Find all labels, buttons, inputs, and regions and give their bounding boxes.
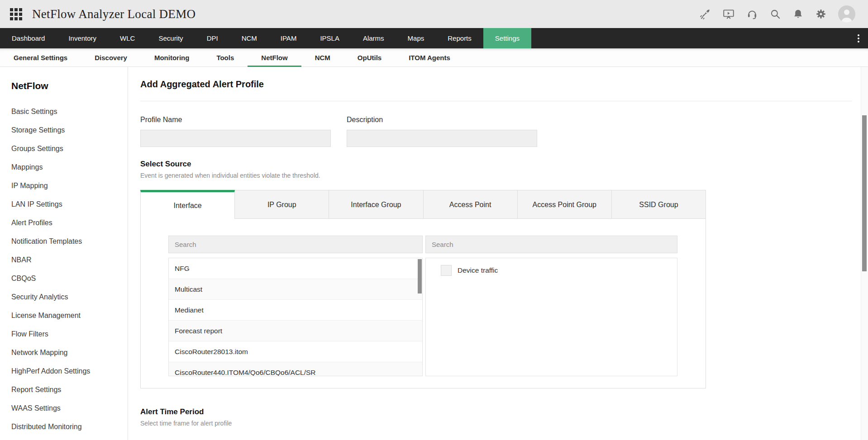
description-label: Description [347, 116, 537, 124]
main-nav-item[interactable]: IPAM [269, 28, 309, 48]
selected-interfaces-panel: Device traffic [425, 236, 677, 376]
alert-time-period-subtitle: Select time frame for alert profile [140, 420, 868, 427]
demo-player-icon[interactable] [722, 8, 735, 20]
sidebar-item[interactable]: Security Analytics [11, 288, 128, 306]
user-avatar[interactable] [838, 5, 855, 23]
select-source-subtitle: Event is generated when individual entit… [140, 172, 868, 179]
main-nav-item[interactable]: NCM [230, 28, 269, 48]
page-scrollbar-thumb[interactable] [862, 115, 867, 271]
sub-nav-items: General SettingsDiscoveryMonitoringTools… [0, 48, 464, 66]
main-nav-item[interactable]: IPSLA [308, 28, 351, 48]
source-tab[interactable]: Access Point Group [518, 190, 612, 219]
more-options-kebab-icon[interactable] [849, 28, 868, 48]
sidebar-item[interactable]: Storage Settings [11, 121, 128, 139]
main-nav-item[interactable]: Maps [396, 28, 436, 48]
available-interfaces-panel: NFGMulticastMedianetForecast reportCisco… [168, 236, 423, 376]
main-nav-item[interactable]: DPI [195, 28, 230, 48]
sidebar-list: Basic SettingsStorage SettingsGroups Set… [11, 102, 128, 436]
sub-nav-item[interactable]: NCM [301, 48, 344, 66]
sidebar-item[interactable]: IP Mapping [11, 176, 128, 195]
sidebar-title: NetFlow [11, 80, 128, 91]
main-nav-item[interactable]: Dashboard [0, 28, 57, 48]
selected-search-input[interactable] [425, 236, 677, 253]
device-traffic-label: Device traffic [458, 266, 498, 274]
topbar-actions [699, 5, 855, 23]
page-scrollbar[interactable] [861, 67, 868, 440]
main-nav-item[interactable]: Security [147, 28, 195, 48]
top-bar: NetFlow Analyzer Local DEMO [0, 0, 868, 28]
main-nav-item[interactable]: Reports [436, 28, 483, 48]
sidebar-item[interactable]: Distributed Monitoring [11, 417, 128, 436]
sidebar-item[interactable]: Network Mapping [11, 343, 128, 362]
interface-list-item[interactable]: Forecast report [169, 321, 422, 341]
source-selection-panel: NFGMulticastMedianetForecast reportCisco… [140, 218, 706, 388]
netflow-sidebar: NetFlow Basic SettingsStorage SettingsGr… [0, 67, 128, 440]
sidebar-item[interactable]: Notification Templates [11, 232, 128, 251]
interface-list-box: NFGMulticastMedianetForecast reportCisco… [168, 258, 423, 376]
profile-name-input[interactable] [140, 130, 331, 147]
sidebar-item[interactable]: HighPerf Addon Settings [11, 362, 128, 380]
profile-form-row: Profile Name Description [140, 116, 868, 147]
sidebar-item[interactable]: Flow Filters [11, 325, 128, 343]
selected-list-box: Device traffic [425, 258, 677, 376]
sidebar-item[interactable]: Basic Settings [11, 102, 128, 121]
sidebar-item[interactable]: CBQoS [11, 269, 128, 288]
interface-list-item[interactable]: Multicast [169, 279, 422, 300]
rocket-icon[interactable] [699, 8, 711, 20]
search-icon[interactable] [769, 8, 781, 20]
apps-grid-icon[interactable] [10, 8, 22, 20]
app-title: NetFlow Analyzer Local DEMO [32, 7, 196, 21]
sub-nav-item[interactable]: General Settings [0, 48, 81, 66]
sidebar-item[interactable]: LAN IP Settings [11, 195, 128, 213]
main-nav-item[interactable]: WLC [108, 28, 147, 48]
sidebar-item[interactable]: Groups Settings [11, 139, 128, 158]
main-nav: DashboardInventoryWLCSecurityDPINCMIPAMI… [0, 28, 868, 48]
source-tab[interactable]: Access Point [424, 190, 518, 219]
device-traffic-checkbox[interactable] [441, 265, 452, 276]
source-tab[interactable]: SSID Group [612, 190, 706, 219]
main-content: Add Aggregated Alert Profile Profile Nam… [128, 67, 868, 440]
interface-list-item[interactable]: Medianet [169, 300, 422, 321]
interface-list-item[interactable]: CiscoRouter440.ITOM4/Qo6/CBQo6/ACL/SR [169, 362, 422, 376]
profile-name-label: Profile Name [140, 116, 331, 124]
source-tab[interactable]: IP Group [235, 190, 329, 219]
sidebar-item[interactable]: License Management [11, 306, 128, 325]
description-input[interactable] [347, 130, 537, 147]
alert-time-period-heading: Alert Time Period [140, 407, 868, 416]
main-nav-items: DashboardInventoryWLCSecurityDPINCMIPAMI… [0, 28, 531, 48]
page-body: NetFlow Basic SettingsStorage SettingsGr… [0, 67, 868, 440]
device-traffic-row[interactable]: Device traffic [441, 265, 677, 276]
divider [140, 101, 852, 101]
sidebar-item[interactable]: NBAR [11, 251, 128, 269]
settings-sub-nav: General SettingsDiscoveryMonitoringTools… [0, 48, 868, 67]
sub-nav-item[interactable]: NetFlow [248, 48, 301, 66]
page-title: Add Aggregated Alert Profile [140, 79, 868, 90]
interface-list-scrollbar-thumb[interactable] [418, 259, 422, 293]
main-nav-item[interactable]: Settings [483, 28, 531, 48]
profile-name-field-group: Profile Name [140, 116, 331, 147]
interface-list-item[interactable]: NFG [169, 258, 422, 279]
source-tabs: InterfaceIP GroupInterface GroupAccess P… [140, 190, 706, 219]
sub-nav-item[interactable]: Tools [203, 48, 248, 66]
sub-nav-item[interactable]: OpUtils [344, 48, 395, 66]
source-tab[interactable]: Interface Group [329, 190, 423, 219]
settings-gear-icon[interactable] [815, 8, 827, 20]
sidebar-item[interactable]: WAAS Settings [11, 399, 128, 417]
sidebar-item[interactable]: Mappings [11, 158, 128, 176]
select-source-heading: Select Source [140, 160, 868, 169]
sub-nav-item[interactable]: Monitoring [141, 48, 203, 66]
notifications-bell-icon[interactable] [792, 8, 804, 20]
interface-list-item[interactable]: CiscoRouter28013.itom [169, 341, 422, 362]
description-field-group: Description [347, 116, 537, 147]
source-tab[interactable]: Interface [140, 190, 235, 219]
sidebar-item[interactable]: Alert Profiles [11, 213, 128, 232]
sub-nav-item[interactable]: ITOM Agents [395, 48, 464, 66]
main-nav-item[interactable]: Inventory [57, 28, 108, 48]
interface-search-input[interactable] [168, 236, 423, 253]
interface-list: NFGMulticastMedianetForecast reportCisco… [169, 258, 422, 376]
main-nav-item[interactable]: Alarms [351, 28, 396, 48]
sub-nav-item[interactable]: Discovery [81, 48, 141, 66]
support-headset-icon[interactable] [746, 8, 758, 20]
sidebar-item[interactable]: Report Settings [11, 380, 128, 399]
